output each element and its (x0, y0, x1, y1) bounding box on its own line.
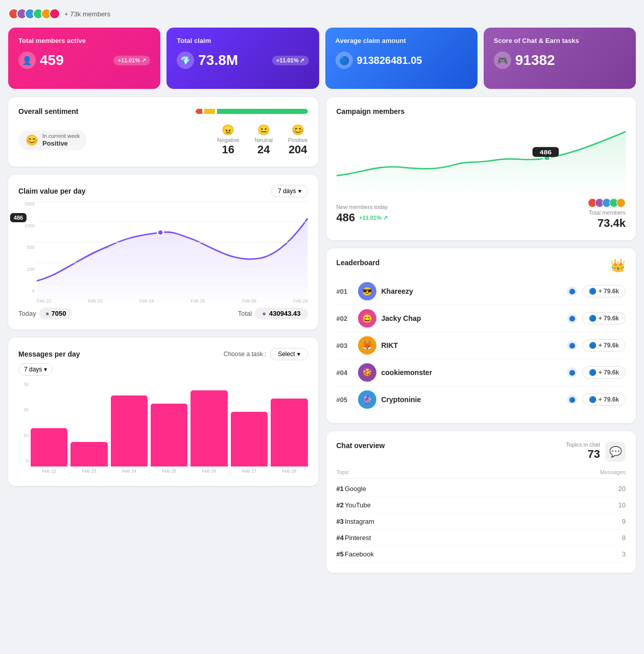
x-axis: Feb 22 Feb 23 Feb 24 Feb 25 Feb 26 Feb 2… (37, 298, 308, 303)
sentiment-positive: 😊 Positive 204 (288, 124, 308, 156)
positive-icon: 😊 (288, 124, 308, 136)
claim-chart-area: 5000 1000 500 100 0 (18, 201, 308, 303)
bar-column: Feb 25 (151, 404, 187, 474)
header: + 73k members (8, 8, 636, 19)
sentiment-neutral: 😐 Neutral 24 (255, 124, 273, 156)
bar-green (217, 109, 307, 114)
task-select-button[interactable]: Select ▾ (270, 348, 307, 360)
grid-line (37, 222, 308, 222)
claim-chart-title: Claim value per day (18, 187, 86, 195)
bar-rect (31, 428, 67, 466)
sentiment-current: 😊 In current week Positive (18, 130, 87, 150)
sentiment-emoji: 😊 (26, 134, 38, 146)
topic-name: #3Instagram (337, 518, 374, 525)
stat-icon: 👤 (18, 52, 36, 69)
chevron-down-icon: ▾ (44, 366, 47, 373)
column-topic: Topic (337, 469, 350, 475)
main-grid: Overall sentiment 😊 In current week Posi… (8, 97, 636, 573)
stat-icon: 🎮 (494, 52, 511, 69)
tooltip-value: 486 (10, 213, 27, 222)
topic-row: #1Google 20 (337, 481, 626, 497)
today-item: Today ● 7050 (18, 308, 72, 319)
neutral-label: Neutral (255, 137, 273, 143)
days-dropdown-label: 7 days (278, 188, 296, 195)
chat-overview-card: Chat overview Topics in chat 73 💬 Topic … (326, 431, 636, 573)
bar-rect (151, 404, 187, 466)
x-label: Feb 23 (88, 298, 102, 303)
lb-rank: #04 (337, 369, 353, 377)
sentiment-current-value: Positive (42, 139, 68, 147)
topic-name: #4Pinterest (337, 534, 371, 542)
topic-name: #2YouTube (337, 501, 371, 509)
lb-badge: 🔵 (567, 394, 577, 405)
topic-row: #2YouTube 10 (337, 497, 626, 513)
lb-avatar: 😎 (358, 282, 376, 300)
x-label: Feb 22 (37, 298, 51, 303)
bar-column: Feb 23 (70, 442, 107, 474)
total-members-label: Total members (588, 209, 626, 216)
leaderboard-row: #02 😄 Jacky Chap 🔵 🔵 + 79.6k (337, 305, 626, 332)
lb-score: 🔵 + 79.6k (582, 312, 626, 324)
stat-icon: 💎 (177, 52, 194, 69)
lb-avatar: 🍪 (358, 363, 376, 382)
leaderboard-list: #01 😎 Khareezy 🔵 🔵 + 79.6k #02 😄 Jacky C… (337, 278, 626, 413)
today-value: 7050 (52, 310, 66, 317)
stat-card-title: Score of Chat & Earn tasks (494, 37, 626, 44)
topic-messages: 9 (622, 518, 626, 525)
bar-column: Feb 24 (111, 395, 148, 474)
total-badge: ● 430943.43 (255, 308, 307, 319)
neutral-icon: 😐 (255, 124, 273, 136)
total-label: Total (238, 310, 252, 317)
positive-label: Positive (288, 137, 308, 143)
lb-name: Cryptoninie (381, 395, 562, 404)
coin-icon: 🔵 (589, 369, 597, 376)
chevron-down-icon: ▾ (298, 188, 301, 195)
topic-table-header: Topic Messages (337, 469, 626, 479)
lb-name: RIKT (381, 341, 562, 349)
bar-x-label: Feb 26 (202, 469, 217, 474)
task-label: Choose a task : (224, 351, 266, 358)
grid-line (37, 263, 308, 263)
days-filter-button[interactable]: 7 days ▾ (18, 363, 53, 376)
chat-header-right: Topics in chat 73 💬 (566, 441, 626, 462)
bar-rect (271, 399, 307, 466)
topics-label: Topics in chat (566, 441, 600, 448)
lb-badge: 🔵 (567, 313, 577, 323)
chat-icon: 💬 (609, 446, 622, 458)
leaderboard-title: Leaderboard (337, 259, 380, 267)
chat-title: Chat overview (337, 441, 385, 450)
sentiment-title: Overall sentiment (18, 107, 79, 115)
negative-value: 16 (217, 143, 239, 156)
claim-chart-footer: Today ● 7050 Total ● 430943.43 (18, 308, 308, 319)
stat-card-title: Total members active (18, 37, 150, 44)
new-members-label: New members today (337, 204, 388, 210)
stat-card-title: Total claim (177, 37, 308, 44)
chevron-down-icon: ▾ (297, 351, 300, 358)
x-label: Feb 25 (190, 298, 205, 303)
chat-icon-box: 💬 (605, 441, 626, 462)
stat-card-chat-earn: Score of Chat & Earn tasks 🎮 91382 (484, 28, 636, 89)
bar-x-label: Feb 27 (242, 469, 256, 474)
stat-icon: 🔵 (336, 52, 353, 69)
lb-rank: #03 (337, 342, 353, 349)
stat-value: 459 (40, 52, 64, 68)
coin-icon: 🔵 (589, 342, 597, 349)
lb-score: 🔵 + 79.6k (582, 339, 626, 352)
lb-avatar: 🔮 (358, 390, 376, 409)
stat-value: 73.8M (198, 52, 238, 68)
lb-badge: 🔵 (567, 286, 577, 296)
campaign-card: Campaign members 486 (326, 97, 636, 240)
right-column: Campaign members 486 (326, 97, 636, 573)
total-value: 430943.43 (269, 310, 300, 317)
campaign-line-chart: 486 (337, 121, 626, 192)
days-dropdown[interactable]: 7 days ▾ (271, 185, 307, 197)
grid-line (37, 201, 308, 202)
topic-row: #3Instagram 9 (337, 513, 626, 530)
topic-row: #5Facebook 3 (337, 546, 626, 563)
lb-rank: #05 (337, 396, 353, 404)
bar-rect (190, 390, 227, 466)
sentiment-week-label: In current week (42, 133, 80, 139)
svg-text:486: 486 (539, 149, 552, 156)
messages-header: Messages per day Choose a task : Select … (18, 348, 308, 360)
total-members-info: Total members 73.4k (588, 198, 626, 230)
